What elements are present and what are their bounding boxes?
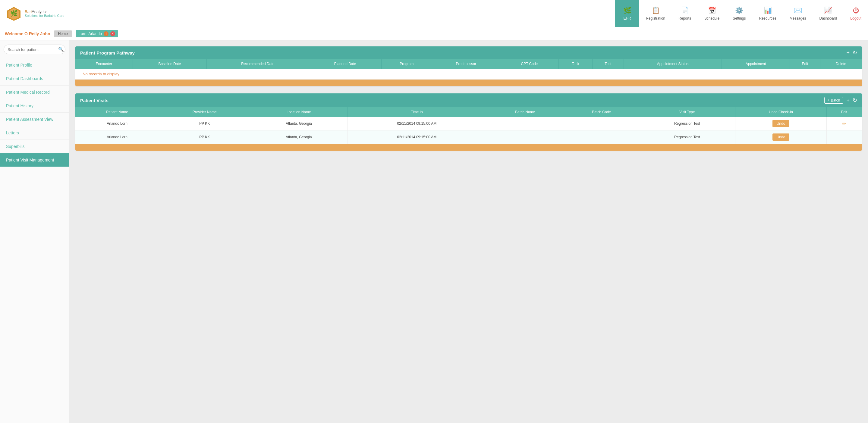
batch-label: Batch [831, 98, 840, 102]
patient-program-pathway-title: Patient Program Pathway [80, 50, 135, 56]
resources-icon: 📊 [764, 7, 772, 14]
svg-text:🌿: 🌿 [10, 10, 18, 17]
program-pathway-table: Encounter Baseline Date Recommended Date… [75, 59, 862, 79]
batch-plus-icon: + [828, 98, 830, 102]
visits-header-row: Patient Name Provider Name Location Name… [75, 107, 862, 117]
visit-provider-name: PP KK [159, 117, 250, 130]
col-patient-name: Patient Name [75, 107, 159, 117]
visit-undo-cell: Undo [735, 130, 827, 144]
nav-messages-label: Messages [789, 16, 806, 21]
nav-reports[interactable]: 📄 Reports [672, 0, 698, 27]
welcome-text: Welcome O Reily John [5, 31, 50, 36]
col-cpt-code: CPT Code [500, 59, 559, 69]
nav-messages[interactable]: ✉️ Messages [783, 0, 813, 27]
visit-edit-cell [827, 130, 862, 144]
col-program: Program [381, 59, 432, 69]
schedule-icon: 📅 [708, 7, 716, 14]
nav-resources[interactable]: 📊 Resources [752, 0, 783, 27]
undo-checkin-button[interactable]: Undo [772, 120, 789, 127]
top-nav: 🌿 BariAnalytics Solutions for Bariatric … [0, 0, 868, 27]
visit-batch-code [564, 130, 639, 144]
sidebar-item-patient-profile[interactable]: Patient Profile [0, 59, 69, 72]
patient-program-pathway-header: Patient Program Pathway + ↻ [75, 46, 862, 59]
col-edit: Edit [827, 107, 862, 117]
program-pathway-card-footer [75, 79, 862, 86]
edit-visit-button[interactable]: ✏ [842, 121, 846, 127]
nav-schedule[interactable]: 📅 Schedule [698, 0, 726, 27]
search-box[interactable]: 🔍 [4, 44, 65, 54]
sidebar-nav: Patient Profile Patient Dashboards Patie… [0, 59, 69, 423]
visit-batch-code [564, 117, 639, 130]
batch-button[interactable]: + Batch [824, 97, 844, 104]
undo-checkin-button[interactable]: Undo [772, 133, 789, 141]
col-provider-name: Provider Name [159, 107, 250, 117]
sidebar-item-patient-assessment-view[interactable]: Patient Assessment View [0, 113, 69, 126]
nav-settings-label: Settings [733, 16, 746, 21]
main-layout: 🔍 Patient Profile Patient Dashboards Pat… [0, 40, 868, 423]
logo-analytics: Analytics [32, 9, 47, 14]
nav-ehr[interactable]: 🌿 EHR [615, 0, 639, 27]
logo-area: 🌿 BariAnalytics Solutions for Bariatric … [0, 0, 90, 27]
nav-dashboard[interactable]: 📈 Dashboard [813, 0, 844, 27]
patient-visits-header: Patient Visits + Batch + ↻ [75, 93, 862, 107]
col-time-in: Time In [347, 107, 486, 117]
visit-undo-cell: Undo [735, 117, 827, 130]
logo-icon: 🌿 [6, 6, 22, 22]
no-records-text: No records to display [78, 67, 124, 80]
card-header-actions: + ↻ [846, 50, 857, 56]
ehr-icon: 🌿 [623, 7, 631, 14]
col-predecessor: Predecessor [432, 59, 500, 69]
patient-tab-close-icon[interactable]: ✕ [110, 31, 115, 36]
sidebar-item-superbills[interactable]: Superbills [0, 140, 69, 153]
nav-registration-label: Registration [646, 16, 665, 21]
patient-visits-card: Patient Visits + Batch + ↻ Patient Name … [75, 93, 862, 151]
logo-bari: Bari [25, 9, 32, 14]
sidebar-item-patient-dashboards[interactable]: Patient Dashboards [0, 72, 69, 86]
col-location-name: Location Name [250, 107, 347, 117]
search-input[interactable] [7, 47, 58, 52]
sidebar-item-patient-medical-record[interactable]: Patient Medical Record [0, 86, 69, 99]
add-program-pathway-button[interactable]: + [846, 50, 849, 56]
nav-resources-label: Resources [759, 16, 776, 21]
program-pathway-header-row: Encounter Baseline Date Recommended Date… [75, 59, 862, 69]
visit-type: Regression Test [639, 130, 735, 144]
breadcrumb-bar: Welcome O Reily John Home Lorn, Arlando … [0, 27, 868, 40]
nav-reports-label: Reports [678, 16, 691, 21]
logo-text: BariAnalytics Solutions for Bariatric Ca… [25, 9, 64, 18]
visits-header-actions: + Batch + ↻ [824, 97, 857, 104]
visit-patient-name: Arlando Lorn [75, 117, 159, 130]
nav-schedule-label: Schedule [704, 16, 719, 21]
col-recommended-date: Recommended Date [207, 59, 309, 69]
visit-location-name: Atlanta, Georgia [250, 117, 347, 130]
sidebar-item-patient-history[interactable]: Patient History [0, 99, 69, 113]
col-visit-type: Visit Type [639, 107, 735, 117]
visits-card-footer [75, 144, 862, 151]
nav-logout-label: Logout [850, 16, 861, 21]
col-edit: Edit [789, 59, 820, 69]
col-undo-check-in: Undo Check-In [735, 107, 827, 117]
nav-registration[interactable]: 📋 Registration [639, 0, 672, 27]
logout-icon: ⏻ [852, 7, 859, 14]
home-button[interactable]: Home [54, 30, 72, 37]
patient-visits-table: Patient Name Provider Name Location Name… [75, 107, 862, 144]
visit-batch-name [486, 117, 564, 130]
visit-patient-name: Arlando Lorn [75, 130, 159, 144]
visit-time-in: 02/11/2014 09:15:00 AM [347, 117, 486, 130]
patient-program-pathway-card: Patient Program Pathway + ↻ Encounter Ba… [75, 46, 862, 86]
refresh-visits-button[interactable]: ↻ [852, 98, 857, 103]
visit-time-in: 02/11/2014 09:15:00 AM [347, 130, 486, 144]
refresh-program-pathway-button[interactable]: ↻ [852, 50, 857, 56]
sidebar-item-patient-visit-management[interactable]: Patient Visit Management [0, 153, 69, 167]
content-area: Patient Program Pathway + ↻ Encounter Ba… [69, 40, 868, 423]
col-appointment-status: Appointment Status [624, 59, 721, 69]
nav-logout[interactable]: ⏻ Logout [844, 0, 868, 27]
add-visit-button[interactable]: + [846, 98, 849, 103]
nav-items: 🌿 EHR 📋 Registration 📄 Reports 📅 Schedul… [615, 0, 868, 27]
patient-tab: Lorn, Arlando i ✕ [76, 30, 118, 37]
sidebar: 🔍 Patient Profile Patient Dashboards Pat… [0, 40, 69, 423]
visit-provider-name: PP KK [159, 130, 250, 144]
nav-settings[interactable]: ⚙️ Settings [726, 0, 752, 27]
patient-tab-info-icon[interactable]: i [104, 31, 108, 36]
sidebar-item-letters[interactable]: Letters [0, 126, 69, 140]
col-batch-name: Batch Name [486, 107, 564, 117]
